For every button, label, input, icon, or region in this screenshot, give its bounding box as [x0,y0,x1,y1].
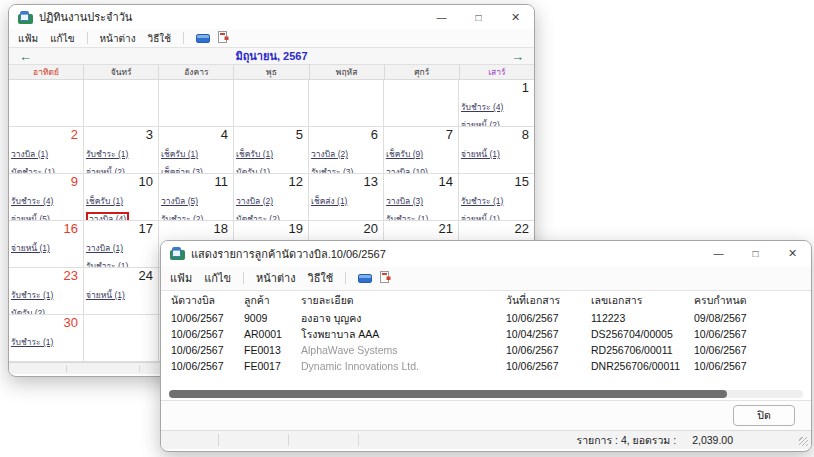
column-header[interactable]: นัดวางบิล [171,292,244,309]
column-header[interactable]: เลขเอกสาร [591,292,694,309]
table-cell: 112223 [591,312,694,324]
day-cell: 5เช็ครับ (1) นัดรับ (1) [234,127,309,174]
close-button[interactable]: ปิด [733,405,795,426]
printer-icon[interactable] [196,34,210,43]
day-cell: 1รับชำระ (4) จ่ายหนี้ (2) [459,80,534,127]
event-link[interactable]: รับชำระ (1) [86,261,128,268]
event-link[interactable]: เช็ครับ (1) [161,149,198,160]
event-link[interactable]: เช็ครับ (1) [86,196,123,207]
event-link[interactable]: วางบิล (5) [161,196,198,207]
calendar-titlebar[interactable]: ปฏิทินงานประจำวัน — □ ✕ [9,5,534,29]
event-link[interactable]: เช็ครับ (9) [386,149,423,160]
menu-window[interactable]: หน้าต่าง [256,269,296,287]
event-link[interactable]: จ่ายหนี้ (2) [86,167,125,174]
event-link[interactable]: รับชำระ (1) [461,196,503,207]
event-list: จ่ายหนี้ (1) [9,237,83,255]
weekday-header: ศุกร์ [385,65,460,79]
event-link[interactable]: รับชำระ (2) [161,214,203,221]
day-cell [84,315,159,362]
menu-window[interactable]: หน้าต่าง [100,31,136,46]
printer-icon[interactable] [358,274,372,283]
event-link[interactable]: จ่ายหนี้ (1) [86,290,125,301]
event-link[interactable]: รับชำระ (1) [86,149,128,160]
event-list: วางบิล (5) รับชำระ (2) นัดชำระ (5) [159,190,233,221]
event-link[interactable]: วางบิล (1) [11,149,48,160]
menu-file[interactable]: แฟ้ม [18,31,38,46]
day-number: 14 [384,174,458,190]
dialog-titlebar[interactable]: แสดงรายการลูกค้านัดวางบิล.10/06/2567 — □… [161,241,811,266]
day-cell: 6วางบิล (2) รับชำระ (3) นัดชำระ (2) อื่น… [309,127,384,174]
table-cell: 10/06/2567 [171,344,244,356]
event-link[interactable]: เช็คส่ง (1) [311,196,347,207]
menu-help[interactable]: วิธีใช้ [308,269,334,287]
close-icon[interactable]: ✕ [497,5,534,29]
table-row[interactable]: 10/06/2567FE0013AlphaWave Systems10/06/2… [161,342,811,358]
event-link[interactable]: รับชำระ (1) [386,214,428,221]
exit-icon[interactable] [380,271,391,285]
event-link[interactable]: เช็ครับ (1) [236,149,273,160]
table-cell: 10/06/2567 [506,360,591,372]
event-link[interactable]: รับชำระ (1) [11,290,53,301]
event-link[interactable]: รับชำระ (4) [461,102,503,113]
column-header[interactable]: ครบกำหนด [694,292,789,309]
event-link[interactable]: จ่ายหนี้ (1) [11,243,50,254]
event-link[interactable]: วางบิล (2) [236,196,273,207]
event-link[interactable]: วางบิล (3) [386,196,423,207]
menu-help[interactable]: วิธีใช้ [148,31,171,46]
column-header[interactable]: วันที่เอกสาร [506,292,591,309]
horizontal-scrollbar[interactable] [169,390,803,398]
table-cell: โรงพยาบาล AAA [301,326,506,343]
day-number: 4 [159,127,233,143]
weekday-header: อาทิตย์ [9,65,84,79]
column-header[interactable]: ลูกค้า [244,292,301,309]
maximize-icon[interactable]: □ [737,241,774,266]
column-header[interactable]: รายละเอียด [301,292,506,309]
scrollbar-thumb[interactable] [169,390,727,398]
prev-month-arrow-icon[interactable]: ← [19,49,32,64]
event-link[interactable]: นัดรับ (1) [236,167,270,174]
next-month-arrow-icon[interactable]: → [511,49,524,64]
table-cell: AlphaWave Systems [301,344,506,356]
menu-separator [183,32,184,44]
event-link[interactable]: วางบิล (1) [86,243,123,254]
event-link[interactable]: รับชำระ (4) [11,196,53,207]
day-cell [309,80,384,127]
event-link-selected[interactable]: วางบิล (4) [86,212,129,221]
event-link[interactable]: วางบิล (10) [386,167,428,174]
event-link[interactable]: จ่ายหนี้ (5) [11,214,50,221]
minimize-icon[interactable]: — [700,241,737,266]
menu-edit[interactable]: แก้ไข [50,31,74,46]
table-cell: 10/04/2567 [506,328,591,340]
event-link[interactable]: รับชำระ (1) [11,337,53,348]
event-link[interactable]: นัดชำระ (2) [236,214,280,221]
day-cell: 16จ่ายหนี้ (1) [9,221,84,268]
day-number: 7 [384,127,458,143]
event-link[interactable]: จ่ายหนี้ (1) [461,214,500,221]
event-link[interactable]: นัดรับ (2) [11,308,45,315]
event-link[interactable]: จ่ายหนี้ (2) [461,120,500,127]
event-link[interactable]: จ่ายหนี้ (1) [461,149,500,160]
weekday-header: พุธ [234,65,309,79]
resize-grip-icon[interactable] [799,437,808,446]
table-cell: Dynamic Innovations Ltd. [301,360,506,372]
event-list: วางบิล (2) รับชำระ (3) นัดชำระ (2) อื่นๆ [309,143,383,174]
day-number: 10 [84,174,158,190]
desktop: ปฏิทินงานประจำวัน — □ ✕ แฟ้ม แก้ไข หน้าต… [0,0,814,457]
table-row[interactable]: 10/06/2567AR0001โรงพยาบาล AAA10/04/2567D… [161,326,811,342]
menu-file[interactable]: แฟ้ม [170,269,192,287]
table-cell: 10/06/2567 [506,344,591,356]
event-link[interactable]: เช็คจ่าย (3) [161,167,203,174]
exit-icon[interactable] [218,31,229,45]
close-icon[interactable]: ✕ [774,241,811,266]
event-link[interactable]: รับชำระ (3) [311,167,353,174]
table-row[interactable]: 10/06/25679009องอาจ บุญคง10/06/256711222… [161,310,811,326]
menu-edit[interactable]: แก้ไข [204,269,231,287]
maximize-icon[interactable]: □ [460,5,497,29]
table-row[interactable]: 10/06/2567FE0017Dynamic Innovations Ltd.… [161,358,811,374]
app-icon [170,247,185,260]
minimize-icon[interactable]: — [423,5,460,29]
event-link[interactable]: นัดชำระ (1) [11,167,55,174]
event-link[interactable]: วางบิล (2) [311,149,348,160]
day-cell: 2วางบิล (1) นัดชำระ (1) จ่ายหนี้ (2) เช็… [9,127,84,174]
day-number [234,80,308,96]
